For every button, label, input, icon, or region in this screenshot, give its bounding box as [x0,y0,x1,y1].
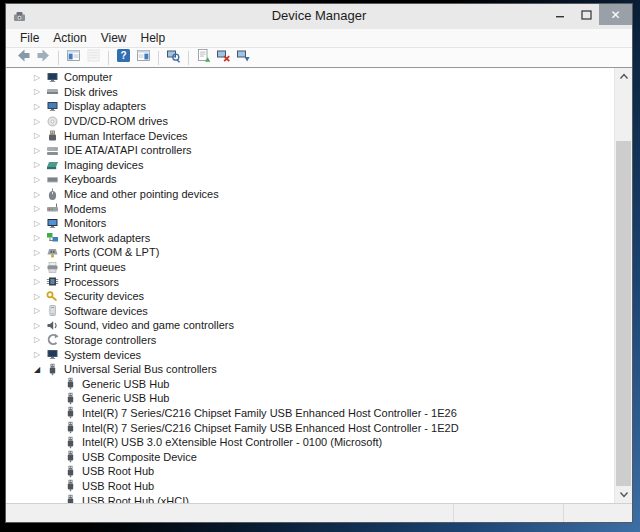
tree-item[interactable]: USB Composite Device [8,449,612,464]
tree-item-label: Keyboards [64,173,117,185]
tree-item[interactable]: ▷Imaging devices [8,158,612,173]
expand-collapsed-icon[interactable]: ▷ [34,73,46,82]
forward-button[interactable] [35,49,52,66]
tree-item[interactable]: ▷Security devices [8,289,612,304]
expand-collapsed-icon[interactable]: ▷ [34,219,46,228]
tree-item[interactable]: ▷Monitors [8,216,612,231]
expand-collapsed-icon[interactable]: ▷ [34,175,46,184]
tree-item[interactable]: ▷Network adapters [8,231,612,246]
expand-collapsed-icon[interactable]: ▷ [34,350,46,359]
uninstall-device-button[interactable] [215,49,232,66]
scroll-down-button[interactable] [615,486,632,503]
tree-item-label: Display adapters [64,100,146,112]
expand-expanded-icon[interactable]: ◢ [34,365,46,374]
tree-item[interactable]: ▷Modems [8,201,612,216]
tree-item-label: USB Composite Device [82,451,197,463]
device-manager-window: Device Manager ✕ FileActionViewHelp ? ▷C… [5,3,633,523]
expand-collapsed-icon[interactable]: ▷ [34,335,46,344]
tree-item[interactable]: Generic USB Hub [8,391,612,406]
desktop-background: Device Manager ✕ FileActionViewHelp ? ▷C… [0,0,640,532]
tree-item-label: Ports (COM & LPT) [64,246,159,258]
tree-item[interactable]: ▷Disk drives [8,85,612,100]
expand-collapsed-icon[interactable]: ▷ [34,190,46,199]
computer-icon [46,71,60,84]
scroll-up-button[interactable] [615,68,632,85]
tree-item[interactable]: Generic USB Hub [8,376,612,391]
tree-item[interactable]: ▷Human Interface Devices [8,128,612,143]
expand-collapsed-icon[interactable]: ▷ [34,263,46,272]
expand-collapsed-icon[interactable]: ▷ [34,292,46,301]
menu-item-view[interactable]: View [94,31,134,45]
expand-collapsed-icon[interactable]: ▷ [34,131,46,140]
properties-button [85,49,102,66]
sound-controller-icon [46,319,60,332]
show-console-tree-button[interactable] [65,49,82,66]
expand-collapsed-icon[interactable]: ▷ [34,102,46,111]
expand-collapsed-icon[interactable]: ▷ [34,204,46,213]
tree-item[interactable]: ▷Sound, video and game controllers [8,318,612,333]
tree-item[interactable]: ▷Mice and other pointing devices [8,187,612,202]
dvd-drive-icon [46,115,60,128]
tree-item[interactable]: ▷Keyboards [8,172,612,187]
tree-item[interactable]: Intel(R) USB 3.0 eXtensible Host Control… [8,435,612,450]
titlebar[interactable]: Device Manager ✕ [6,4,632,29]
expand-collapsed-icon[interactable]: ▷ [34,87,46,96]
tree-item[interactable]: USB Root Hub (xHCI) [8,493,612,503]
usb-device-icon [64,421,78,434]
mouse-icon [46,188,60,201]
tree-item[interactable]: ▷System devices [8,347,612,362]
toolbar-divider [158,51,159,65]
usb-device-icon [64,450,78,463]
help-button[interactable]: ? [115,49,132,66]
tree-item[interactable]: ▷Software devices [8,304,612,319]
update-driver-button[interactable] [195,49,212,66]
expand-collapsed-icon[interactable]: ▷ [34,248,46,257]
action-pane-button[interactable] [135,49,152,66]
expand-collapsed-icon[interactable]: ▷ [34,117,46,126]
expand-collapsed-icon[interactable]: ▷ [34,321,46,330]
device-tree: ▷Computer▷Disk drives▷Display adapters▷D… [6,68,632,503]
disable-device-button[interactable] [235,49,252,66]
scrollbar-thumb[interactable] [616,141,631,486]
tree-item[interactable]: Intel(R) 7 Series/C216 Chipset Family US… [8,406,612,421]
usb-controller-icon [46,363,60,376]
security-device-icon [46,290,60,303]
menu-item-action[interactable]: Action [46,31,93,45]
minimize-button[interactable] [547,4,573,25]
scan-hardware-icon [166,48,181,67]
back-button[interactable] [15,49,32,66]
usb-device-icon [64,479,78,492]
expand-collapsed-icon[interactable]: ▷ [34,233,46,242]
tree-item[interactable]: ◢Universal Serial Bus controllers [8,362,612,377]
keyboard-icon [46,173,60,186]
menu-item-file[interactable]: File [13,31,46,45]
tree-item[interactable]: Intel(R) 7 Series/C216 Chipset Family US… [8,420,612,435]
expand-collapsed-icon[interactable]: ▷ [34,146,46,155]
tree-item[interactable]: ▷Display adapters [8,99,612,114]
action-pane-icon [136,48,151,67]
tree-item-label: Intel(R) 7 Series/C216 Chipset Family US… [82,407,457,419]
tree-item-label: IDE ATA/ATAPI controllers [64,144,192,156]
close-button[interactable]: ✕ [599,4,632,25]
status-segment [453,504,563,522]
tree-item[interactable]: USB Root Hub [8,479,612,494]
vertical-scrollbar[interactable] [614,68,632,503]
usb-device-icon [64,436,78,449]
maximize-button[interactable] [573,4,599,25]
tree-item[interactable]: ▷Ports (COM & LPT) [8,245,612,260]
tree-item[interactable]: ▷Computer [8,70,612,85]
tree-item[interactable]: USB Root Hub [8,464,612,479]
expand-collapsed-icon[interactable]: ▷ [34,306,46,315]
menu-item-help[interactable]: Help [134,31,173,45]
scan-hardware-changes-button[interactable] [165,49,182,66]
tree-item[interactable]: ▷Storage controllers [8,333,612,348]
tree-item[interactable]: ▷DVD/CD-ROM drives [8,114,612,129]
tree-item[interactable]: ▷Print queues [8,260,612,275]
expand-collapsed-icon[interactable]: ▷ [34,160,46,169]
expand-collapsed-icon[interactable]: ▷ [34,277,46,286]
tree-item-label: Network adapters [64,232,150,244]
tree-item[interactable]: ▷Processors [8,274,612,289]
tree-item[interactable]: ▷IDE ATA/ATAPI controllers [8,143,612,158]
tree-item-label: Intel(R) USB 3.0 eXtensible Host Control… [82,436,382,448]
tree-item-label: Mice and other pointing devices [64,188,219,200]
